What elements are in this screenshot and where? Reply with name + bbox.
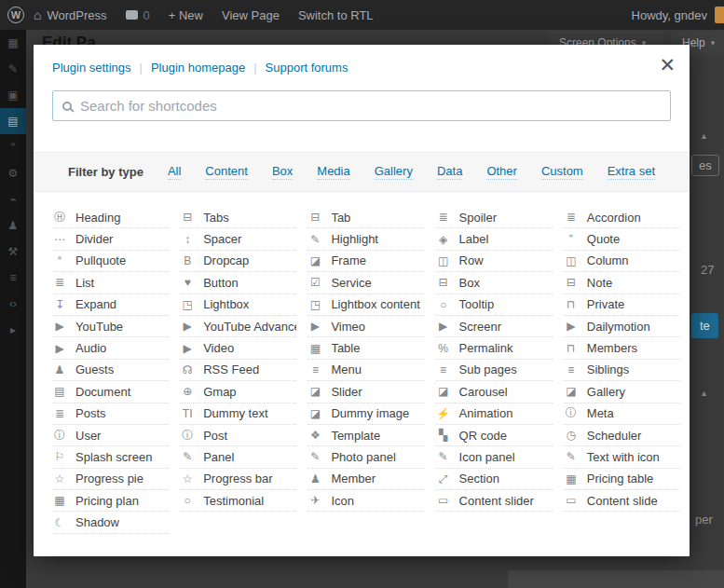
- shortcode-label: Service: [331, 276, 371, 290]
- post-info-icon: ⓘ: [180, 428, 195, 444]
- shortcode-item-photo-panel[interactable]: ✎Photo panel: [307, 446, 424, 468]
- plugin-settings-link[interactable]: Plugin settings: [52, 61, 131, 75]
- icon-panel-edit-icon: ✎: [436, 450, 451, 463]
- shortcode-item-tabs[interactable]: ⊟Tabs: [180, 207, 296, 228]
- shortcode-item-gmap[interactable]: ⊕Gmap: [180, 381, 296, 403]
- shortcode-item-members[interactable]: ⊓Members: [564, 337, 680, 359]
- shortcode-search-box[interactable]: [52, 90, 671, 121]
- filter-data[interactable]: Data: [437, 164, 462, 180]
- shortcode-item-content-slide[interactable]: ▭Content slide: [564, 490, 680, 512]
- search-input[interactable]: [80, 98, 661, 114]
- count-fragment: 27: [701, 263, 714, 277]
- shortcode-item-expand[interactable]: ↧Expand: [52, 294, 169, 316]
- filter-gallery[interactable]: Gallery: [375, 164, 413, 180]
- shortcode-item-tooltip[interactable]: ○Tooltip: [436, 294, 553, 316]
- shortcode-item-button[interactable]: ♥Button: [180, 272, 296, 294]
- panel-edit-icon: ✎: [180, 450, 195, 463]
- shortcode-item-siblings[interactable]: ≡Siblings: [564, 360, 680, 381]
- plugin-homepage-link[interactable]: Plugin homepage: [151, 61, 245, 75]
- shortcode-item-dummy-image[interactable]: ◪Dummy image: [307, 403, 424, 425]
- shortcode-item-carousel[interactable]: ◪Carousel: [436, 381, 553, 403]
- dropcap-letter-icon: B: [180, 254, 195, 267]
- shortcode-label: Dailymotion: [587, 320, 650, 334]
- shortcode-item-row[interactable]: ◫Row: [436, 251, 553, 272]
- shortcode-item-progress-bar[interactable]: ☆Progress bar: [180, 469, 296, 490]
- shortcode-item-screenr[interactable]: ▶Screenr: [436, 316, 553, 337]
- shortcode-item-rss-feed[interactable]: ☊RSS Feed: [180, 360, 296, 381]
- shortcode-item-spoiler[interactable]: ≣Spoiler: [436, 207, 553, 228]
- shortcode-item-divider[interactable]: ⋯Divider: [52, 228, 169, 250]
- shortcode-item-progress-pie[interactable]: ☆Progress pie: [52, 469, 169, 490]
- button-heart-icon: ♥: [180, 276, 195, 289]
- shortcode-item-pullquote[interactable]: “Pullquote: [52, 251, 169, 272]
- shortcode-item-splash-screen[interactable]: ⚐Splash screen: [52, 446, 169, 468]
- shortcode-item-vimeo[interactable]: ▶Vimeo: [307, 316, 424, 337]
- shortcode-item-slider[interactable]: ◪Slider: [307, 381, 424, 403]
- shortcode-item-quote[interactable]: ”Quote: [564, 228, 680, 250]
- shortcode-item-panel[interactable]: ✎Panel: [180, 446, 296, 468]
- shortcode-item-dummy-text[interactable]: TIDummy text: [180, 403, 296, 425]
- shortcode-item-pricing-table[interactable]: ▦Pricing table: [564, 469, 680, 490]
- shortcode-label: Content slide: [587, 494, 658, 508]
- shortcode-item-user[interactable]: ⓘUser: [52, 425, 169, 446]
- collapse-icon: ▸: [10, 323, 16, 336]
- shortcode-item-audio[interactable]: ▶Audio: [52, 337, 169, 359]
- filter-all[interactable]: All: [168, 164, 181, 180]
- shortcode-item-icon[interactable]: ✈Icon: [307, 490, 424, 512]
- shortcode-item-document[interactable]: ▤Document: [52, 381, 169, 403]
- shortcode-item-lightbox-content[interactable]: ◳Lightbox content: [307, 294, 424, 316]
- shortcode-item-note[interactable]: ⊟Note: [564, 272, 680, 294]
- shortcode-item-gallery[interactable]: ◪Gallery: [564, 381, 680, 403]
- shortcode-item-dailymotion[interactable]: ▶Dailymotion: [564, 316, 680, 337]
- shortcode-item-youtube[interactable]: ▶YouTube: [52, 316, 169, 337]
- member-users-icon: ♟: [307, 472, 322, 485]
- shortcode-label: Siblings: [587, 362, 630, 376]
- shortcode-item-private[interactable]: ⊓Private: [564, 294, 680, 316]
- filter-content[interactable]: Content: [205, 164, 248, 180]
- shortcode-item-testimonial[interactable]: ○Testimonial: [180, 490, 296, 512]
- filter-other[interactable]: Other: [486, 164, 517, 180]
- shortcode-item-table[interactable]: ▦Table: [307, 337, 424, 359]
- shortcode-item-highlight[interactable]: ✎Highlight: [307, 228, 424, 250]
- shortcode-item-pricing-plan[interactable]: ▦Pricing plan: [52, 490, 169, 512]
- shortcode-item-sub-pages[interactable]: ≡Sub pages: [436, 360, 553, 381]
- shortcode-item-posts[interactable]: ≣Posts: [52, 403, 169, 425]
- shortcode-item-spacer[interactable]: ↕Spacer: [180, 228, 296, 250]
- shortcode-item-permalink[interactable]: %Permalink: [436, 337, 553, 359]
- pricing-table-grid-icon: ▦: [564, 472, 579, 485]
- shortcode-item-service[interactable]: ☑Service: [307, 272, 424, 294]
- shortcode-item-label[interactable]: ◈Label: [436, 228, 553, 250]
- shortcode-item-youtube-advanced[interactable]: ▶YouTube Advanced: [180, 316, 296, 337]
- shortcode-item-animation[interactable]: ⚡Animation: [436, 403, 553, 425]
- shortcode-item-column[interactable]: ◫Column: [564, 251, 680, 272]
- shortcode-item-box[interactable]: ⊟Box: [436, 272, 553, 294]
- shortcode-item-heading[interactable]: ⒽHeading: [52, 207, 169, 228]
- shortcode-item-content-slider[interactable]: ▭Content slider: [436, 490, 553, 512]
- shortcode-item-text-with-icon[interactable]: ✎Text with icon: [564, 446, 680, 468]
- shortcode-item-meta[interactable]: ⓘMeta: [564, 403, 680, 425]
- shortcode-label: Members: [587, 341, 637, 355]
- shortcode-item-template[interactable]: ❖Template: [307, 425, 424, 446]
- shortcode-item-dropcap[interactable]: BDropcap: [180, 251, 296, 272]
- shortcode-item-qr-code[interactable]: ▚QR code: [436, 425, 553, 446]
- shortcode-item-tab[interactable]: ⊟Tab: [307, 207, 424, 228]
- shortcode-item-post[interactable]: ⓘPost: [180, 425, 296, 446]
- filter-extra-set[interactable]: Extra set: [608, 164, 655, 180]
- filter-box[interactable]: Box: [272, 164, 293, 180]
- close-icon[interactable]: ✕: [659, 55, 676, 75]
- filter-media[interactable]: Media: [317, 164, 349, 180]
- shortcode-item-video[interactable]: ▶Video: [180, 337, 296, 359]
- shortcode-item-list[interactable]: ≣List: [52, 272, 169, 294]
- shortcode-item-accordion[interactable]: ≣Accordion: [564, 207, 680, 228]
- shortcode-item-scheduler[interactable]: ◷Scheduler: [564, 425, 680, 446]
- filter-custom[interactable]: Custom: [541, 164, 583, 180]
- shortcode-item-lightbox[interactable]: ◳Lightbox: [180, 294, 296, 316]
- shortcode-item-menu[interactable]: ≡Menu: [307, 360, 424, 381]
- shortcode-item-guests[interactable]: ♟Guests: [52, 360, 169, 381]
- shortcode-item-section[interactable]: ⤢Section: [436, 469, 553, 490]
- support-forums-link[interactable]: Support forums: [266, 61, 348, 75]
- shortcode-item-shadow[interactable]: ☾Shadow: [52, 512, 169, 533]
- shortcode-item-icon-panel[interactable]: ✎Icon panel: [436, 446, 553, 468]
- shortcode-item-member[interactable]: ♟Member: [307, 469, 424, 490]
- shortcode-item-frame[interactable]: ◪Frame: [307, 251, 424, 272]
